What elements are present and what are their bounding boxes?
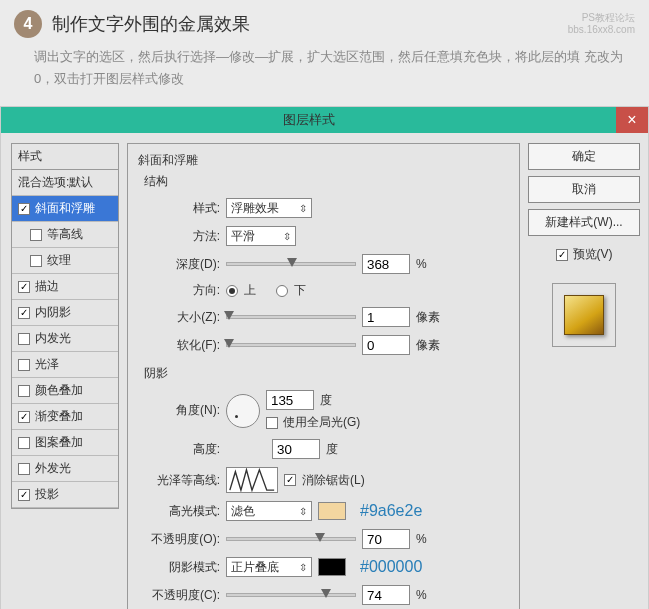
soften-input[interactable] — [362, 335, 410, 355]
tutorial-step-header: 4 制作文字外围的金属效果 PS教程论坛bbs.16xx8.com 调出文字的选… — [0, 0, 649, 106]
highlight-opacity-unit: % — [416, 532, 427, 546]
sidebar-item-drop-shadow[interactable]: 投影 — [12, 482, 118, 508]
gloss-contour-picker[interactable] — [226, 467, 278, 493]
checkbox-icon[interactable] — [18, 489, 30, 501]
depth-unit: % — [416, 257, 427, 271]
gloss-contour-label: 光泽等高线: — [138, 472, 220, 489]
direction-up-radio[interactable] — [226, 285, 238, 297]
step-number-badge: 4 — [14, 10, 42, 38]
global-light-label: 使用全局光(G) — [283, 414, 360, 431]
sidebar-item-inner-glow[interactable]: 内发光 — [12, 326, 118, 352]
checkbox-icon[interactable] — [18, 411, 30, 423]
checkbox-icon[interactable] — [18, 437, 30, 449]
soften-unit: 像素 — [416, 337, 440, 354]
direction-down-radio[interactable] — [276, 285, 288, 297]
layer-style-dialog: 图层样式 × 样式 混合选项:默认 斜面和浮雕 等高线 纹理 描边 内阴影 内发… — [0, 106, 649, 609]
sidebar-item-bevel[interactable]: 斜面和浮雕 — [12, 196, 118, 222]
sidebar-item-stroke[interactable]: 描边 — [12, 274, 118, 300]
preview-label: 预览(V) — [573, 246, 613, 263]
highlight-color-swatch[interactable] — [318, 502, 346, 520]
size-input[interactable] — [362, 307, 410, 327]
sidebar-item-outer-glow[interactable]: 外发光 — [12, 456, 118, 482]
chevron-updown-icon: ⇳ — [299, 562, 307, 573]
shadow-mode-label: 阴影模式: — [138, 559, 220, 576]
highlight-mode-label: 高光模式: — [138, 503, 220, 520]
shadow-color-swatch[interactable] — [318, 558, 346, 576]
style-select[interactable]: 浮雕效果⇳ — [226, 198, 312, 218]
altitude-unit: 度 — [326, 441, 338, 458]
cancel-button[interactable]: 取消 — [528, 176, 640, 203]
size-slider[interactable] — [226, 315, 356, 319]
depth-label: 深度(D): — [138, 256, 220, 273]
checkbox-icon[interactable] — [18, 463, 30, 475]
shadow-hex: #000000 — [360, 558, 422, 576]
checkbox-icon[interactable] — [18, 307, 30, 319]
highlight-hex: #9a6e2e — [360, 502, 422, 520]
direction-label: 方向: — [138, 282, 220, 299]
sidebar-item-pattern-overlay[interactable]: 图案叠加 — [12, 430, 118, 456]
bevel-legend: 斜面和浮雕 — [138, 152, 509, 169]
sidebar-item-satin[interactable]: 光泽 — [12, 352, 118, 378]
angle-wheel[interactable] — [226, 394, 260, 428]
dialog-title: 图层样式 — [1, 111, 616, 129]
watermark: PS教程论坛bbs.16xx8.com — [568, 12, 635, 36]
antialias-label: 消除锯齿(L) — [302, 472, 365, 489]
checkbox-icon[interactable] — [18, 333, 30, 345]
sidebar-item-contour[interactable]: 等高线 — [12, 222, 118, 248]
highlight-mode-select[interactable]: 滤色⇳ — [226, 501, 312, 521]
up-label: 上 — [244, 282, 256, 299]
structure-label: 结构 — [144, 173, 509, 190]
blending-options-item[interactable]: 混合选项:默认 — [12, 170, 118, 196]
size-unit: 像素 — [416, 309, 440, 326]
angle-input[interactable] — [266, 390, 314, 410]
close-button[interactable]: × — [616, 107, 648, 133]
angle-label: 角度(N): — [138, 402, 220, 419]
checkbox-icon[interactable] — [18, 385, 30, 397]
soften-slider[interactable] — [226, 343, 356, 347]
step-description: 调出文字的选区，然后执行选择—修改—扩展，扩大选区范围，然后任意填充色块，将此层… — [14, 46, 635, 90]
altitude-label: 高度: — [138, 441, 220, 458]
angle-unit: 度 — [320, 392, 332, 409]
highlight-opacity-slider[interactable] — [226, 537, 356, 541]
shadow-opacity-input[interactable] — [362, 585, 410, 605]
soften-label: 软化(F): — [138, 337, 220, 354]
altitude-input[interactable] — [272, 439, 320, 459]
depth-slider[interactable] — [226, 262, 356, 266]
chevron-updown-icon: ⇳ — [299, 506, 307, 517]
shading-label: 阴影 — [144, 365, 509, 382]
technique-label: 方法: — [138, 228, 220, 245]
shadow-opacity-unit: % — [416, 588, 427, 602]
highlight-opacity-input[interactable] — [362, 529, 410, 549]
highlight-opacity-label: 不透明度(O): — [138, 531, 220, 548]
shadow-mode-select[interactable]: 正片叠底⇳ — [226, 557, 312, 577]
checkbox-icon[interactable] — [30, 229, 42, 241]
new-style-button[interactable]: 新建样式(W)... — [528, 209, 640, 236]
preview-image — [564, 295, 604, 335]
antialias-checkbox[interactable] — [284, 474, 296, 486]
sidebar-item-gradient-overlay[interactable]: 渐变叠加 — [12, 404, 118, 430]
ok-button[interactable]: 确定 — [528, 143, 640, 170]
shadow-opacity-label: 不透明度(C): — [138, 587, 220, 604]
depth-input[interactable] — [362, 254, 410, 274]
step-title: 制作文字外围的金属效果 — [52, 12, 250, 36]
sidebar-item-texture[interactable]: 纹理 — [12, 248, 118, 274]
preview-checkbox[interactable] — [556, 249, 568, 261]
titlebar: 图层样式 × — [1, 107, 648, 133]
checkbox-icon[interactable] — [18, 203, 30, 215]
sidebar-item-color-overlay[interactable]: 颜色叠加 — [12, 378, 118, 404]
style-label: 样式: — [138, 200, 220, 217]
down-label: 下 — [294, 282, 306, 299]
global-light-checkbox[interactable] — [266, 417, 278, 429]
chevron-updown-icon: ⇳ — [299, 203, 307, 214]
shadow-opacity-slider[interactable] — [226, 593, 356, 597]
checkbox-icon[interactable] — [18, 359, 30, 371]
size-label: 大小(Z): — [138, 309, 220, 326]
checkbox-icon[interactable] — [18, 281, 30, 293]
sidebar-item-inner-shadow[interactable]: 内阴影 — [12, 300, 118, 326]
bevel-fieldset: 斜面和浮雕 结构 样式: 浮雕效果⇳ 方法: 平滑⇳ 深度(D): % — [127, 143, 520, 609]
chevron-updown-icon: ⇳ — [283, 231, 291, 242]
styles-sidebar: 样式 混合选项:默认 斜面和浮雕 等高线 纹理 描边 内阴影 内发光 光泽 颜色… — [11, 143, 119, 609]
checkbox-icon[interactable] — [30, 255, 42, 267]
technique-select[interactable]: 平滑⇳ — [226, 226, 296, 246]
preview-thumbnail — [552, 283, 616, 347]
